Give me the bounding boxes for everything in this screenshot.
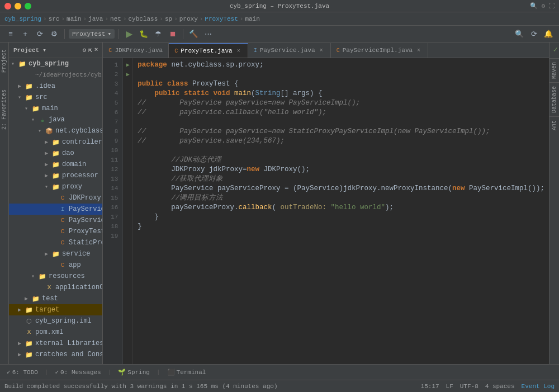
code-line-11: //JDK动态代理 (138, 155, 544, 165)
nav-item-main2[interactable]: main (245, 16, 259, 22)
nav-item-cybclass[interactable]: cybclass (129, 16, 158, 22)
tree-arrow: ▾ (11, 60, 18, 67)
settings-button[interactable]: ⚙ (48, 28, 60, 40)
tab-ProxyTest[interactable]: C ProxyTest.java × (169, 43, 248, 58)
tree-arrow: ▶ (45, 251, 51, 257)
build-button[interactable]: 🔨 (187, 28, 200, 40)
tree-item-JDKProxy[interactable]: C JDKProxy (9, 192, 102, 204)
expand-icon[interactable]: ⛶ (548, 2, 555, 10)
tab-JDKProxy[interactable]: C JDKProxy.java (103, 43, 169, 58)
tree-item-java[interactable]: ▾ ☕ java (9, 114, 102, 125)
nav-item-src[interactable]: src (49, 16, 60, 22)
tab-close-ProxyTest[interactable]: × (235, 48, 242, 54)
code-line-18: } (138, 222, 544, 232)
add-button[interactable]: + (19, 28, 31, 40)
messages-panel-tab[interactable]: ✓ 0: Messages (53, 367, 103, 377)
tree-label: net.cybclass.sp (55, 127, 102, 135)
tree-item-cyb-spring[interactable]: ▾ 📁 cyb_spring (9, 58, 102, 69)
sidebar-close-icon[interactable]: × (94, 46, 98, 54)
find-action-button[interactable]: 🔍 (513, 28, 525, 40)
terminal-panel-tab[interactable]: ⬛ Terminal (165, 367, 209, 377)
maven-panel-tab[interactable]: Maven (549, 58, 559, 82)
editor[interactable]: 12345 678910 1112131415 16171819 ▶ ▶ (103, 58, 549, 364)
nav-item-sp[interactable]: sp (165, 16, 172, 22)
tab-close-PayService[interactable]: × (318, 47, 325, 54)
tree-arrow: ▾ (45, 183, 51, 190)
encoding[interactable]: UTF-8 (460, 383, 479, 390)
java-class-icon: C (58, 193, 67, 202)
spring-label: Spring (127, 369, 150, 376)
nav-item-net[interactable]: net (110, 16, 121, 22)
tree-item-project-path[interactable]: ~/IdeaProjects/cyb_spring (9, 69, 102, 81)
project-panel-tab[interactable]: Project (0, 47, 8, 75)
code-line-5: // PayService payService=new PayServiceI… (138, 98, 544, 108)
more-button[interactable]: ⋯ (202, 28, 214, 40)
tree-item-external-libs[interactable]: ▶ 📁 xternal Libraries (9, 338, 102, 349)
cursor-position[interactable]: 15:17 (421, 383, 439, 390)
event-log-link[interactable]: Event Log (522, 383, 555, 390)
tree-item-processor[interactable]: ▶ 📁 processor (9, 170, 102, 181)
tree-item-iml[interactable]: ⬡ cyb_spring.iml (9, 315, 102, 327)
sidebar-settings-icon[interactable]: ⚙ (83, 46, 87, 54)
tree-item-ProxyTest[interactable]: C ProxyTest (9, 226, 102, 237)
nav-item-main[interactable]: main (67, 16, 81, 22)
spring-panel-tab[interactable]: 🌱 Spring (116, 367, 152, 377)
sidebar-dropdown-icon[interactable]: ▾ (42, 46, 46, 54)
debug-button[interactable]: 🐛 (138, 28, 150, 40)
tree-item-resources[interactable]: ▾ 📁 resources (9, 271, 102, 282)
java-interface-icon: I (58, 205, 67, 214)
favorites-panel-tab[interactable]: 2: Favorites (0, 87, 8, 132)
settings-icon[interactable]: ⚙ (541, 2, 545, 10)
tree-item-service[interactable]: ▶ 📁 service (9, 248, 102, 259)
tree-arrow: ▾ (18, 94, 25, 101)
todo-icon: ✓ (7, 369, 11, 376)
tab-PayServiceImpl[interactable]: C PayServiceImpl.java × (331, 43, 428, 58)
search-icon[interactable]: 🔍 (530, 2, 538, 10)
tree-item-appcontext[interactable]: X applicationContext.xml (9, 282, 102, 293)
project-button[interactable]: ≡ (4, 28, 17, 40)
tree-item-target[interactable]: ▶ 📁 target (9, 304, 102, 315)
tree-item-PayService[interactable]: I PayService (9, 204, 102, 215)
tree-label: proxy (62, 183, 82, 191)
tree-item-PayServiceImpl[interactable]: C PayServiceImpl (9, 215, 102, 226)
nav-item-proxytest[interactable]: ProxyTest (205, 16, 238, 22)
coverage-button[interactable]: ☂ (152, 28, 164, 40)
nav-item-project[interactable]: cyb_spring (4, 16, 41, 22)
code-line-19 (138, 232, 544, 241)
close-button[interactable] (4, 3, 11, 10)
run-button[interactable]: ▶ (123, 28, 135, 40)
code-content[interactable]: package net.cybclass.sp.proxy; public cl… (133, 58, 549, 364)
run-config-selector[interactable]: ProxyTest ▾ (69, 29, 115, 39)
sync-button[interactable]: ⟳ (34, 28, 46, 40)
tab-PayService[interactable]: I PayService.java × (248, 43, 331, 58)
notifications-button[interactable]: 🔔 (542, 28, 555, 40)
todo-panel-tab[interactable]: ✓ 6: TODO (4, 367, 40, 377)
tree-item-controller[interactable]: ▶ 📁 controller (9, 136, 102, 148)
indent-size[interactable]: 4 spaces (485, 383, 515, 390)
tree-item-idea[interactable]: ▶ 📁 .idea (9, 81, 102, 92)
tree-label: target (35, 306, 59, 314)
tree-item-package[interactable]: ▾ 📦 net.cybclass.sp (9, 125, 102, 136)
line-ending[interactable]: LF (446, 383, 453, 390)
nav-item-java[interactable]: java (88, 16, 103, 22)
minimize-button[interactable] (15, 3, 21, 10)
maximize-button[interactable] (25, 3, 31, 10)
tree-item-StaticProxy[interactable]: C StaticProxyPayServiceImpl (9, 237, 102, 248)
ant-panel-tab[interactable]: Ant (549, 116, 559, 134)
tab-close-PayServiceImpl[interactable]: × (415, 47, 422, 54)
tree-item-pom[interactable]: X pom.xml (9, 327, 102, 338)
tree-item-scratches[interactable]: ▶ 📁 cratches and Consoles (9, 349, 102, 360)
tree-item-src[interactable]: ▾ 📁 src (9, 92, 102, 103)
stop-button[interactable]: ⏹ (167, 28, 179, 40)
update-button[interactable]: ⟳ (528, 28, 540, 40)
database-panel-tab[interactable]: Database (549, 82, 559, 116)
tree-item-app[interactable]: C app (9, 259, 102, 271)
tree-item-main[interactable]: ▾ 📁 main (9, 103, 102, 114)
sidebar-expand-icon[interactable]: ⇱ (88, 46, 92, 54)
tree-item-dao[interactable]: ▶ 📁 dao (9, 148, 102, 159)
nav-item-proxy[interactable]: proxy (179, 16, 198, 22)
tree-item-domain[interactable]: ▶ 📁 domain (9, 159, 102, 170)
tree-item-proxy[interactable]: ▾ 📁 proxy (9, 181, 102, 192)
statusbar-right: 15:17 LF UTF-8 4 spaces Event Log (421, 383, 555, 390)
tree-item-test[interactable]: ▶ 📁 test (9, 293, 102, 304)
